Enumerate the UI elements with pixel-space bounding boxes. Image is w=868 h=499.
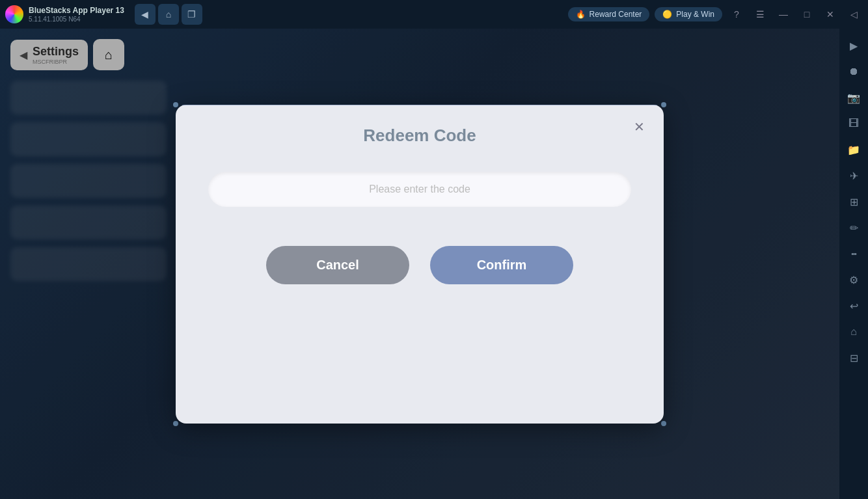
sidebar-record-icon[interactable]: ⏺ (842, 60, 865, 83)
sidebar-home-icon[interactable]: ⌂ (842, 320, 865, 344)
sidebar-screenshot-icon[interactable]: 📷 (842, 86, 865, 109)
resize-line-top (182, 105, 657, 105)
sidebar-layers-icon[interactable]: ⊟ (842, 346, 865, 370)
redeem-code-input[interactable] (208, 172, 631, 207)
cancel-button[interactable]: Cancel (266, 246, 409, 284)
app-logo (5, 5, 23, 23)
sidebar-gear-icon[interactable]: ⚙ (842, 268, 865, 291)
dialog-container: ✕ Redeem Code Cancel Confirm (176, 105, 664, 424)
sidebar-video-icon[interactable]: ▶ (842, 34, 865, 57)
topbar: BlueStacks App Player 13 5.11.41.1005 N6… (0, 0, 868, 29)
dialog-close-button[interactable]: ✕ (627, 115, 651, 139)
reward-icon: 🔥 (576, 10, 586, 19)
sidebar-toggle-icon: ◁ (850, 9, 858, 20)
help-button[interactable]: ? (727, 5, 746, 23)
dialog-overlay: ✕ Redeem Code Cancel Confirm (0, 29, 839, 499)
sidebar-toggle-button[interactable]: ◁ (845, 5, 863, 23)
sidebar-folder-icon[interactable]: 📁 (842, 138, 865, 161)
sidebar-back-icon[interactable]: ↩ (842, 294, 865, 317)
play-win-button[interactable]: 🟡 Play & Win (655, 7, 722, 21)
main-content: ◀ Settings MSCFRIBPR ⌂ ✕ (0, 29, 839, 499)
redeem-code-dialog: ✕ Redeem Code Cancel Confirm (176, 105, 664, 424)
reward-center-button[interactable]: 🔥 Reward Center (568, 7, 650, 21)
maximize-button[interactable]: □ (798, 5, 816, 23)
topbar-right: 🔥 Reward Center 🟡 Play & Win ? ☰ — □ ✕ ◁ (568, 5, 863, 23)
app-info: BlueStacks App Player 13 5.11.41.1005 N6… (29, 6, 124, 22)
right-sidebar: ▶ ⏺ 📷 🎞 📁 ✈ ⊞ ✏ ••• ⚙ ↩ ⌂ ⊟ (839, 29, 868, 499)
app-version: 5.11.41.1005 N64 (29, 16, 124, 23)
sidebar-plane-icon[interactable]: ✈ (842, 164, 865, 187)
home-nav-button[interactable]: ⌂ (158, 4, 179, 25)
minimize-button[interactable]: — (774, 5, 793, 23)
app-name: BlueStacks App Player 13 (29, 6, 124, 15)
play-win-icon: 🟡 (662, 10, 672, 19)
close-button[interactable]: ✕ (821, 5, 839, 23)
topbar-nav: ◀ ⌂ ❐ (135, 4, 202, 25)
play-win-label: Play & Win (676, 10, 714, 19)
menu-button[interactable]: ☰ (751, 5, 769, 23)
back-nav-button[interactable]: ◀ (135, 4, 156, 25)
resize-handle-bl[interactable] (173, 421, 178, 426)
resize-handle-br[interactable] (661, 421, 666, 426)
dialog-input-wrap (202, 172, 638, 207)
menu-icon: ☰ (756, 9, 765, 20)
sidebar-more-icon[interactable]: ••• (842, 242, 865, 265)
confirm-button[interactable]: Confirm (430, 246, 573, 284)
sidebar-erase-icon[interactable]: ✏ (842, 216, 865, 239)
resize-handle-tl[interactable] (173, 102, 178, 107)
dialog-title: Redeem Code (363, 126, 476, 146)
windows-nav-button[interactable]: ❐ (182, 4, 202, 25)
resize-handle-tr[interactable] (661, 102, 666, 107)
sidebar-media-icon[interactable]: 🎞 (842, 112, 865, 135)
sidebar-resize-icon[interactable]: ⊞ (842, 190, 865, 213)
dialog-buttons: Cancel Confirm (202, 246, 638, 284)
reward-center-label: Reward Center (590, 10, 642, 19)
